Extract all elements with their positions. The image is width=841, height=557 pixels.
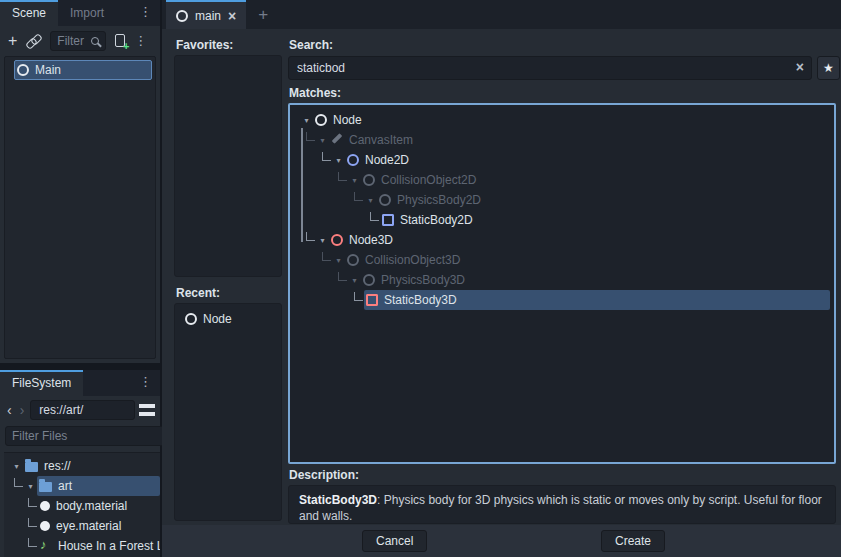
node3d-icon [331,234,343,246]
main-area: main × + Favorites: Recent: ▾ Node Searc… [162,0,841,557]
scene-tree: ▾ Main [4,56,156,359]
scene-tab-main[interactable]: main × [166,0,246,29]
tree-connector [306,132,315,141]
tab-import[interactable]: Import [58,0,116,26]
filesystem-tree-row[interactable]: ▾ eye.material [4,516,160,536]
chevron-down-icon[interactable]: ▾ [348,176,361,185]
matches-label: Matches: [289,86,341,100]
cancel-button[interactable]: Cancel [362,530,427,552]
filter-files-input[interactable] [12,429,167,443]
favorites-list[interactable] [174,55,282,277]
node2d-icon [347,154,359,166]
filesystem-tree-row[interactable]: ▾ body.material [4,496,160,516]
current-path-input[interactable] [30,400,135,420]
filesystem-tree-row[interactable]: ▾ art [4,476,160,496]
chevron-down-icon[interactable]: ▾ [316,136,329,145]
favorite-star-button[interactable]: ★ [817,56,840,80]
search-icon [91,37,99,45]
matches-tree-row[interactable]: ▾ CollisionObject2D [294,170,830,190]
material-file-icon [40,501,50,511]
search-input[interactable] [288,56,812,80]
scene-filter-box[interactable] [50,31,106,51]
description-label: Description: [289,468,359,482]
tree-connector [28,538,37,547]
staticbody3d-icon [366,294,378,306]
add-node-button[interactable]: + [8,33,17,49]
physicsbody2d-icon [379,194,391,206]
scene-toolbar: + ⋮ [0,26,160,55]
tree-guide-line [301,128,303,242]
chevron-down-icon[interactable]: ▾ [332,156,345,165]
tree-connector [370,212,379,221]
tree-connector [354,292,363,301]
node-icon [315,114,327,126]
tree-connector [14,478,23,487]
search-label: Search: [289,38,333,52]
tree-connector [322,152,331,161]
matches-tree-row[interactable]: ▾ Node [294,110,830,130]
filter-files-box[interactable] [5,426,182,446]
scene-tree-menu-icon[interactable]: ⋮ [134,33,147,48]
attach-script-icon[interactable] [115,34,125,47]
matches-tree-row[interactable]: ▾ StaticBody2D [294,210,830,230]
star-icon: ★ [823,61,834,75]
filesystem-tree-row[interactable]: ▾ res:// [4,456,160,476]
audio-file-icon [40,540,52,552]
matches-tree-row[interactable]: ▾ Node2D [294,150,830,170]
tab-scene[interactable]: Scene [0,0,58,26]
scene-dock: Scene Import ⋮ + ⋮ ▾ Main [0,0,160,363]
material-file-icon [40,521,50,531]
create-button[interactable]: Create [601,530,665,552]
collisionobject2d-icon [363,174,375,186]
filesystem-menu-icon[interactable]: ⋮ [131,370,160,396]
collisionobject3d-icon [347,254,359,266]
node-icon [17,64,29,76]
chevron-down-icon[interactable]: ▾ [300,116,313,125]
chevron-down-icon[interactable]: ▾ [348,276,361,285]
matches-tree-row[interactable]: ▾ PhysicsBody3D [294,270,830,290]
filesystem-dock: FileSystem ⋮ ‹ › ↑↓ ▾ res:// [0,370,160,557]
description-term: StaticBody3D [299,493,377,507]
matches-tree-row[interactable]: ▾ CanvasItem [294,130,830,150]
description-box: StaticBody3D: Physics body for 3D physic… [288,485,836,524]
chevron-down-icon[interactable]: ▾ [364,196,377,205]
instance-scene-icon[interactable] [26,34,41,48]
chevron-down-icon[interactable]: ▾ [24,482,37,491]
folder-icon [39,482,52,492]
clear-search-icon[interactable]: × [796,59,804,75]
filesystem-tree-row[interactable]: ▾ House In a Forest Lo [4,536,160,556]
back-icon[interactable]: ‹ [5,403,14,417]
matches-tree-row[interactable]: ▾ Node3D [294,230,830,250]
matches-tree-row[interactable]: ▾ CollisionObject3D [294,250,830,270]
filesystem-tree: ▾ res:// ▾ art ▾ bod [4,452,160,557]
tree-connector [338,272,347,281]
matches-tree-row[interactable]: ▾ StaticBody3D [294,290,830,310]
scene-dock-menu-icon[interactable]: ⋮ [131,0,160,26]
scene-tree-row[interactable]: ▾ Main [8,60,152,80]
close-scene-tab-icon[interactable]: × [228,8,236,24]
filesystem-filter-row: ↑↓ [0,423,160,448]
recent-list[interactable]: ▾ Node [174,303,282,521]
chevron-down-icon[interactable]: ▾ [316,236,329,245]
tree-connector [28,518,37,527]
chevron-down-icon[interactable]: ▾ [10,462,23,471]
folder-icon [25,462,38,472]
filesystem-nav: ‹ › [0,396,160,423]
scene-filter-input[interactable] [57,34,91,48]
forward-icon[interactable]: › [18,403,27,417]
node-icon [185,313,197,325]
tree-connector [322,252,331,261]
create-new-node-dialog: Favorites: Recent: ▾ Node Search: × ★ [162,29,841,557]
toggle-split-mode-icon[interactable] [139,404,155,416]
chevron-down-icon[interactable]: ▾ [332,256,345,265]
matches-tree[interactable]: ▾ Node ▾ CanvasItem [288,103,836,464]
new-scene-tab-button[interactable]: + [246,0,280,29]
matches-tree-row[interactable]: ▾ PhysicsBody2D [294,190,830,210]
staticbody2d-icon [382,214,394,226]
favorites-label: Favorites: [176,38,233,52]
dialog-actions-bar: Cancel Create [162,525,841,557]
recent-item[interactable]: ▾ Node [177,309,279,329]
tab-filesystem[interactable]: FileSystem [0,370,83,396]
scene-tab-label: main [195,9,221,23]
scene-dock-tabbar: Scene Import ⋮ [0,0,160,26]
